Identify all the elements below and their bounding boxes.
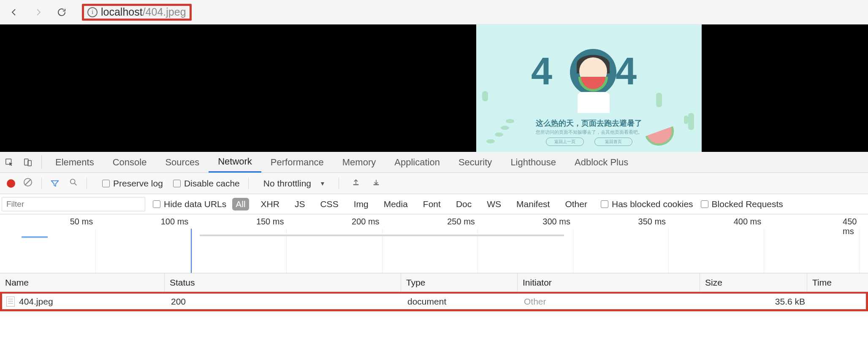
- forward-button[interactable]: [30, 5, 46, 20]
- type-filter-ws[interactable]: WS: [483, 198, 505, 210]
- cell-status: 200: [167, 294, 403, 309]
- col-initiator[interactable]: Initiator: [518, 273, 700, 291]
- tab-security[interactable]: Security: [449, 152, 501, 173]
- type-filter-other[interactable]: Other: [561, 198, 591, 210]
- blocked-requests-label: Blocked Requests: [712, 199, 783, 209]
- cell-type-text: document: [407, 297, 446, 307]
- checkbox-icon: [153, 200, 160, 208]
- type-filter-img[interactable]: Img: [350, 198, 372, 210]
- col-size[interactable]: Size: [700, 273, 807, 291]
- tab-performance[interactable]: Performance: [261, 152, 333, 173]
- timeline-gridline: [573, 229, 573, 273]
- filter-input[interactable]: [2, 197, 145, 211]
- viewport-black-right: [702, 24, 868, 152]
- timeline-tick-label: 400 ms: [734, 217, 764, 227]
- address-bar[interactable]: i localhost/404.jpeg: [82, 4, 192, 21]
- cell-size: 35.6 kB: [702, 294, 809, 309]
- 404-button-home: 返回首页: [594, 138, 632, 146]
- type-filter-css[interactable]: CSS: [317, 198, 342, 210]
- search-icon[interactable]: [69, 178, 78, 189]
- tab-network[interactable]: Network: [209, 152, 261, 173]
- cell-time: [809, 294, 866, 309]
- site-info-icon[interactable]: i: [87, 7, 98, 17]
- separator: [41, 155, 42, 169]
- chevron-down-icon: ▼: [320, 180, 326, 187]
- upload-har-icon[interactable]: [352, 178, 360, 189]
- timeline-gridline: [764, 229, 764, 273]
- type-filter-media[interactable]: Media: [380, 198, 411, 210]
- blocked-requests-checkbox[interactable]: Blocked Requests: [701, 199, 783, 209]
- tab-console[interactable]: Console: [103, 152, 156, 173]
- throttling-value: No throttling: [263, 178, 311, 189]
- type-filter-xhr[interactable]: XHR: [258, 198, 283, 210]
- throttling-select[interactable]: No throttling ▼: [259, 176, 330, 191]
- checkbox-icon: [102, 180, 110, 187]
- tab-adblock-plus[interactable]: Adblock Plus: [565, 152, 637, 173]
- tab-lighthouse[interactable]: Lighthouse: [501, 152, 565, 173]
- col-type[interactable]: Type: [401, 273, 518, 291]
- separator: [248, 178, 249, 189]
- timeline-gridline: [668, 229, 669, 273]
- tab-memory[interactable]: Memory: [333, 152, 385, 173]
- has-blocked-cookies-label: Has blocked cookies: [612, 199, 693, 209]
- network-timeline[interactable]: 50 ms100 ms150 ms200 ms250 ms300 ms350 m…: [0, 214, 868, 273]
- type-filter-all[interactable]: All: [232, 198, 249, 210]
- timeline-tick-label: 300 ms: [542, 217, 573, 227]
- url-host: localhost: [101, 6, 143, 18]
- tab-elements[interactable]: Elements: [46, 152, 103, 173]
- timeline-tick-label: 100 ms: [161, 217, 191, 227]
- col-time[interactable]: Time: [807, 273, 868, 291]
- svg-point-4: [71, 179, 75, 184]
- col-name[interactable]: Name: [0, 273, 165, 291]
- checkbox-icon: [701, 200, 708, 208]
- disable-cache-checkbox[interactable]: Disable cache: [173, 178, 240, 189]
- table-row[interactable]: 404.jpeg 200 document Other 35.6 kB: [0, 292, 868, 311]
- cactus-icon: [688, 113, 694, 130]
- cactus-icon: [482, 91, 488, 101]
- svg-rect-5: [353, 184, 358, 185]
- clear-button[interactable]: [23, 177, 33, 189]
- back-button[interactable]: [7, 5, 22, 20]
- tab-sources[interactable]: Sources: [156, 152, 209, 173]
- devtools-tabbar: ElementsConsoleSourcesNetworkPerformance…: [0, 152, 868, 173]
- svg-rect-6: [374, 184, 379, 185]
- download-har-icon[interactable]: [372, 178, 380, 189]
- device-toggle-icon[interactable]: [19, 152, 37, 173]
- timeline-tick-label: 200 ms: [352, 217, 382, 227]
- cell-type: document: [403, 294, 520, 309]
- footprint-icon: [486, 139, 495, 143]
- col-status[interactable]: Status: [165, 273, 401, 291]
- 404-digit-left: 4: [531, 50, 552, 93]
- cell-size-text: 35.6 kB: [775, 297, 805, 307]
- hide-data-urls-checkbox[interactable]: Hide data URLs: [153, 199, 226, 209]
- 404-digit-right: 4: [616, 50, 637, 93]
- footprint-icon: [506, 119, 514, 123]
- has-blocked-cookies-checkbox[interactable]: Has blocked cookies: [601, 199, 693, 209]
- type-filter-font[interactable]: Font: [420, 198, 444, 210]
- timeline-cursor[interactable]: [191, 229, 192, 273]
- record-button[interactable]: [7, 179, 15, 188]
- type-filter-js[interactable]: JS: [291, 198, 309, 210]
- inspect-element-icon[interactable]: [0, 152, 19, 173]
- disable-cache-label: Disable cache: [184, 178, 240, 189]
- page-viewport: 4 4 这么热的天，页面去跑去避暑了 您所访问的页面不知躲哪去了，去其他页面看看…: [0, 24, 868, 152]
- timeline-tick-label: 350 ms: [638, 217, 669, 227]
- type-filter-manifest[interactable]: Manifest: [513, 198, 553, 210]
- timeline-request-bar: [22, 236, 48, 238]
- col-name-label: Name: [5, 278, 29, 288]
- network-toolbar: Preserve log Disable cache No throttling…: [0, 173, 868, 194]
- filter-icon[interactable]: [50, 179, 60, 188]
- preserve-log-label: Preserve log: [113, 178, 163, 189]
- reload-button[interactable]: [54, 5, 69, 20]
- avatar-body: [578, 92, 610, 113]
- timeline-gridline: [859, 229, 860, 273]
- network-table: Name Status Type Initiator Size Time 404…: [0, 273, 868, 311]
- type-filter-doc[interactable]: Doc: [453, 198, 475, 210]
- resource-type-filters: AllXHRJSCSSImgMediaFontDocWSManifestOthe…: [232, 198, 591, 210]
- tab-application[interactable]: Application: [385, 152, 449, 173]
- separator: [41, 178, 42, 189]
- hide-data-urls-label: Hide data URLs: [164, 199, 226, 209]
- preserve-log-checkbox[interactable]: Preserve log: [102, 178, 163, 189]
- timeline-tick-label: 250 ms: [447, 217, 477, 227]
- table-header-row: Name Status Type Initiator Size Time: [0, 273, 868, 292]
